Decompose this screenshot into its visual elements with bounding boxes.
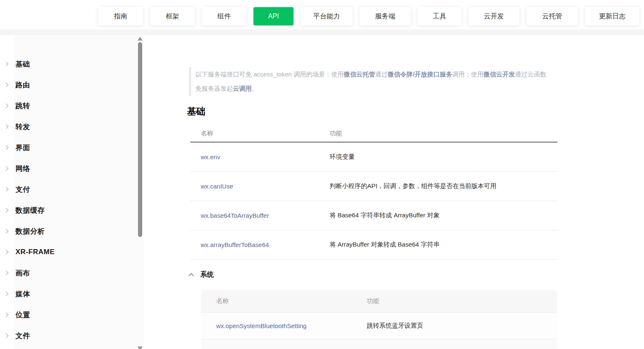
chevron-right-icon bbox=[4, 187, 8, 191]
top-nav: 指南 框架 组件 API 平台能力 服务端 工具 云开发 云托管 更新日志 bbox=[98, 7, 639, 25]
chevron-right-icon bbox=[4, 145, 8, 150]
sidebar-item-storage[interactable]: 数据缓存 bbox=[0, 200, 138, 221]
table-row: wx.arrayBufferToBase64 将 ArrayBuffer 对象转… bbox=[190, 230, 557, 260]
sidebar-item-label: 媒体 bbox=[15, 289, 30, 299]
table-row: wx.openSystemBluetoothSetting 跳转系统蓝牙设置页 bbox=[201, 313, 557, 339]
notice-text: 免服务器发起 bbox=[195, 85, 233, 92]
sidebar-item-label: 数据分析 bbox=[15, 227, 45, 236]
sidebar-item-label: 支付 bbox=[15, 185, 30, 194]
sidebar-item-label: 网络 bbox=[15, 164, 30, 173]
chevron-right-icon bbox=[4, 291, 8, 296]
chevron-right-icon bbox=[4, 166, 8, 171]
chevron-right-icon bbox=[4, 270, 8, 275]
scrollbar-thumb[interactable] bbox=[138, 42, 142, 237]
nav-tab-cloud-dev[interactable]: 云开发 bbox=[468, 7, 519, 25]
chevron-right-icon bbox=[4, 208, 8, 212]
notice-text: 以下服务端接口可免 access_token 调用的场景：使用 bbox=[195, 71, 344, 78]
nav-tab-changelog[interactable]: 更新日志 bbox=[585, 7, 639, 25]
api-desc: 环境变量 bbox=[330, 153, 355, 161]
api-link-base64-to-arraybuffer[interactable]: wx.base64ToArrayBuffer bbox=[201, 212, 269, 219]
chevron-right-icon bbox=[4, 250, 8, 254]
top-header: 指南 框架 组件 API 平台能力 服务端 工具 云开发 云托管 更新日志 bbox=[0, 0, 644, 29]
sidebar-item-label: 数据缓存 bbox=[15, 206, 45, 215]
table-row: wx.canIUse 判断小程序的API，回调，参数，组件等是否在当前版本可用 bbox=[190, 172, 557, 201]
chevron-up-icon bbox=[189, 273, 194, 278]
column-header-name: 名称 bbox=[201, 297, 367, 305]
sidebar: 基础 路由 跳转 转发 界面 网络 支付 数据缓存 bbox=[0, 35, 144, 349]
sidebar-item-basic[interactable]: 基础 bbox=[0, 53, 138, 74]
sidebar-item-label: 路由 bbox=[15, 80, 30, 90]
api-desc: 判断小程序的API，回调，参数，组件等是否在当前版本可用 bbox=[330, 182, 496, 190]
notice-link-cloud-hosting[interactable]: 微信云托管 bbox=[344, 71, 375, 78]
nav-tab-tools[interactable]: 工具 bbox=[418, 7, 461, 25]
notice-link-cloud-dev[interactable]: 微信云开发 bbox=[483, 71, 515, 78]
table-row-partial bbox=[201, 339, 557, 349]
column-header-function: 功能 bbox=[367, 297, 379, 305]
chevron-right-icon bbox=[4, 61, 8, 66]
nav-tab-framework[interactable]: 框架 bbox=[150, 7, 195, 25]
chevron-right-icon bbox=[4, 229, 8, 233]
notice-line: 以下服务端接口可免 access_token 调用的场景：使用微信云托管通过微信… bbox=[195, 67, 561, 82]
sidebar-item-label: 画布 bbox=[15, 268, 30, 278]
column-header-function: 功能 bbox=[330, 130, 342, 138]
chevron-right-icon bbox=[4, 82, 8, 87]
sidebar-item-network[interactable]: 网络 bbox=[0, 158, 138, 179]
sidebar-item-xr-frame[interactable]: XR-FRAME bbox=[0, 242, 138, 262]
sidebar-item-canvas[interactable]: 画布 bbox=[0, 262, 138, 283]
table-header: 名称 功能 bbox=[190, 125, 557, 143]
chevron-right-icon bbox=[4, 312, 8, 317]
table-row: wx.env 环境变量 bbox=[190, 143, 557, 172]
nav-tab-guide[interactable]: 指南 bbox=[98, 7, 143, 25]
notice-text: 通过云函数 bbox=[515, 71, 546, 78]
notice-link-cloud-call[interactable]: 云调用 bbox=[233, 85, 252, 92]
chevron-right-icon bbox=[4, 103, 8, 108]
nav-tab-component[interactable]: 组件 bbox=[202, 7, 246, 25]
notice-text: 通过 bbox=[375, 71, 388, 78]
sidebar-item-label: 转发 bbox=[15, 122, 30, 132]
scroll-down-icon[interactable] bbox=[138, 346, 143, 349]
chevron-right-icon bbox=[4, 124, 8, 129]
sidebar-scrollbar bbox=[138, 35, 143, 349]
nav-tab-api[interactable]: API bbox=[253, 7, 294, 25]
chevron-right-icon bbox=[4, 333, 8, 338]
subsection-system-toggle[interactable]: 系统 bbox=[189, 269, 214, 280]
main-content: 以下服务端接口可免 access_token 调用的场景：使用微信云托管通过微信… bbox=[144, 35, 644, 349]
scroll-up-icon[interactable] bbox=[138, 37, 143, 41]
sidebar-item-ui[interactable]: 界面 bbox=[0, 137, 138, 158]
nav-tab-cloud-hosting[interactable]: 云托管 bbox=[526, 7, 578, 25]
table-header: 名称 功能 bbox=[201, 290, 557, 313]
api-link-arraybuffer-to-base64[interactable]: wx.arrayBufferToBase64 bbox=[201, 241, 269, 248]
table-row: wx.base64ToArrayBuffer 将 Base64 字符串转成 Ar… bbox=[190, 201, 557, 230]
nav-tab-platform[interactable]: 平台能力 bbox=[301, 7, 353, 25]
subsection-title: 系统 bbox=[200, 270, 214, 279]
api-link-open-system-bluetooth-setting[interactable]: wx.openSystemBluetoothSetting bbox=[216, 322, 307, 329]
api-link-wx-env[interactable]: wx.env bbox=[201, 153, 220, 160]
page-title: 基础 bbox=[187, 105, 205, 118]
nav-tab-server[interactable]: 服务端 bbox=[360, 7, 411, 25]
sidebar-item-file[interactable]: 文件 bbox=[0, 325, 138, 346]
notice-line: 免服务器发起云调用。 bbox=[195, 82, 561, 96]
notice-text: 调用；使用 bbox=[452, 71, 483, 78]
notice-link-token-service[interactable]: 微信令牌/开放接口服务 bbox=[388, 71, 452, 78]
sidebar-item-media[interactable]: 媒体 bbox=[0, 283, 138, 304]
api-table-system: 名称 功能 wx.openSystemBluetoothSetting 跳转系统… bbox=[201, 290, 557, 349]
notice-block: 以下服务端接口可免 access_token 调用的场景：使用微信云托管通过微信… bbox=[189, 67, 561, 96]
api-desc: 将 ArrayBuffer 对象转成 Base64 字符串 bbox=[330, 241, 440, 249]
api-desc: 跳转系统蓝牙设置页 bbox=[367, 322, 423, 330]
api-desc: 将 Base64 字符串转成 ArrayBuffer 对象 bbox=[330, 211, 440, 219]
sidebar-item-analytics[interactable]: 数据分析 bbox=[0, 221, 138, 242]
sidebar-item-label: 跳转 bbox=[15, 101, 30, 111]
sidebar-item-label: 位置 bbox=[15, 310, 30, 320]
sidebar-item-payment[interactable]: 支付 bbox=[0, 179, 138, 200]
header-divider bbox=[0, 29, 644, 35]
api-link-wx-caniuse[interactable]: wx.canIUse bbox=[201, 183, 233, 190]
sidebar-item-label: 界面 bbox=[15, 143, 30, 153]
sidebar-item-route[interactable]: 路由 bbox=[0, 74, 138, 95]
column-header-name: 名称 bbox=[190, 130, 330, 138]
sidebar-item-location[interactable]: 位置 bbox=[0, 304, 138, 325]
sidebar-item-share[interactable]: 转发 bbox=[0, 116, 138, 137]
sidebar-list: 基础 路由 跳转 转发 界面 网络 支付 数据缓存 bbox=[0, 53, 138, 346]
sidebar-item-jump[interactable]: 跳转 bbox=[0, 95, 138, 116]
sidebar-item-label: 基础 bbox=[15, 59, 30, 69]
sidebar-item-label: 文件 bbox=[15, 331, 30, 341]
